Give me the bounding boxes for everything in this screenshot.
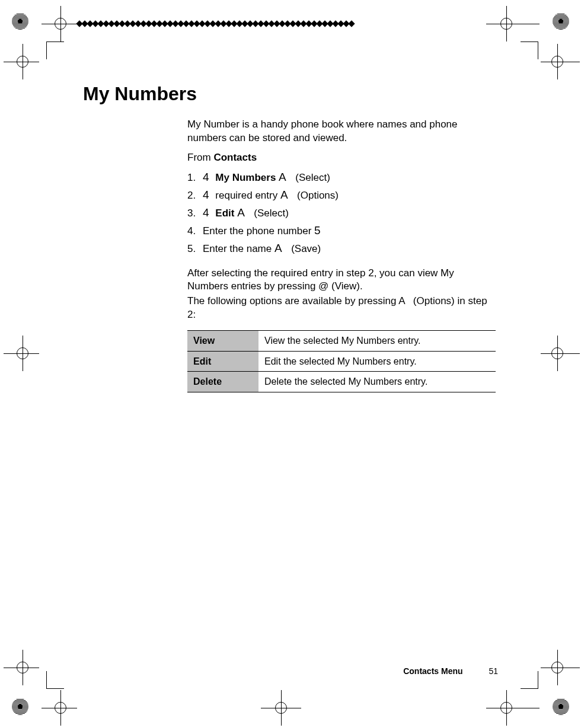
step-bold: My Numbers: [215, 172, 276, 183]
step-item: 4.Enter the phone number 5: [187, 223, 496, 238]
crop-line: [557, 44, 558, 79]
crop-line: [557, 336, 558, 371]
crop-line: [42, 708, 77, 708]
table-row: DeleteDelete the selected My Numbers ent…: [187, 372, 496, 392]
crop-line: [541, 62, 580, 62]
intro-text: My Number is a handy phone book where na…: [187, 118, 496, 145]
step-item: 5.Enter the name A (Save): [187, 241, 496, 256]
key-symbol: 4: [203, 171, 209, 183]
step-plain: Enter the name: [203, 243, 272, 254]
key-symbol: A: [237, 206, 245, 219]
step-plain: Enter the phone number: [203, 225, 311, 237]
step-paren: (Select): [254, 207, 289, 219]
steps-list: 1.4 My Numbers A (Select)2.4 required en…: [187, 170, 496, 256]
crop-line: [42, 24, 77, 24]
step-number: 3.: [187, 207, 203, 221]
after-text-2: The following options are available by p…: [187, 295, 496, 322]
crop-line: [541, 353, 580, 354]
option-description: Delete the selected My Numbers entry.: [258, 372, 496, 392]
register-mark-icon: [553, 13, 569, 30]
step-item: 3.4 Edit A (Select): [187, 205, 496, 221]
page-footer: Contacts Menu 51: [0, 666, 581, 676]
key-symbol: A: [280, 189, 288, 201]
option-name: Delete: [187, 372, 258, 392]
step-plain: required entry: [215, 190, 277, 201]
step-paren: (Options): [297, 190, 339, 201]
step-number: 4.: [187, 225, 203, 238]
crop-line: [60, 6, 61, 41]
table-row: EditEdit the selected My Numbers entry.: [187, 351, 496, 372]
key-symbol: 5: [314, 224, 321, 237]
key-symbol: A: [279, 171, 286, 183]
option-name: Edit: [187, 351, 258, 372]
option-description: Edit the selected My Numbers entry.: [258, 351, 496, 372]
step-item: 2.4 required entry A (Options): [187, 187, 496, 203]
crop-line: [23, 44, 23, 79]
key-symbol: A: [398, 295, 404, 306]
crop-line: [486, 24, 540, 24]
header-ornament: [77, 20, 355, 27]
frame-corner: [46, 41, 64, 59]
after2-a: The following options are available by p…: [187, 295, 398, 306]
step-body: Enter the name A (Save): [203, 241, 321, 256]
page-title: My Numbers: [83, 83, 510, 105]
crop-line: [506, 6, 507, 41]
register-mark-icon: [12, 13, 28, 30]
step-item: 1.4 My Numbers A (Select): [187, 170, 496, 185]
page-content: My Numbers My Number is a handy phone bo…: [83, 83, 510, 392]
key-symbol: 4: [203, 189, 209, 201]
step-number: 1.: [187, 171, 203, 185]
key-symbol: A: [274, 242, 282, 254]
crop-line: [60, 690, 61, 726]
after-text-1: After selecting the required entry in st…: [187, 267, 496, 294]
step-body: 4 My Numbers A (Select): [203, 170, 330, 185]
register-mark-icon: [553, 698, 569, 715]
step-paren: (Select): [295, 172, 330, 183]
crop-line: [506, 690, 507, 726]
step-body: 4 required entry A (Options): [203, 187, 339, 203]
step-number: 5.: [187, 242, 203, 256]
crop-line: [4, 62, 39, 62]
step-number: 2.: [187, 189, 203, 203]
step-paren: (Save): [291, 243, 321, 254]
from-bold: Contacts: [213, 152, 257, 163]
crop-line: [486, 708, 540, 708]
from-prefix: From: [187, 152, 213, 163]
footer-section: Contacts Menu: [403, 666, 462, 676]
frame-corner: [521, 41, 538, 59]
register-mark-icon: [12, 698, 28, 715]
footer-page-number: 51: [489, 666, 498, 676]
from-line: From Contacts: [187, 151, 496, 165]
table-row: ViewView the selected My Numbers entry.: [187, 331, 496, 352]
crop-line: [4, 353, 39, 354]
options-table: ViewView the selected My Numbers entry.E…: [187, 330, 496, 392]
option-name: View: [187, 331, 258, 352]
step-bold: Edit: [215, 207, 234, 219]
crop-line: [23, 336, 23, 371]
crop-line: [281, 690, 282, 726]
key-symbol: 4: [203, 206, 209, 219]
option-description: View the selected My Numbers entry.: [258, 331, 496, 352]
step-body: Enter the phone number 5: [203, 223, 330, 238]
step-body: 4 Edit A (Select): [203, 205, 289, 221]
